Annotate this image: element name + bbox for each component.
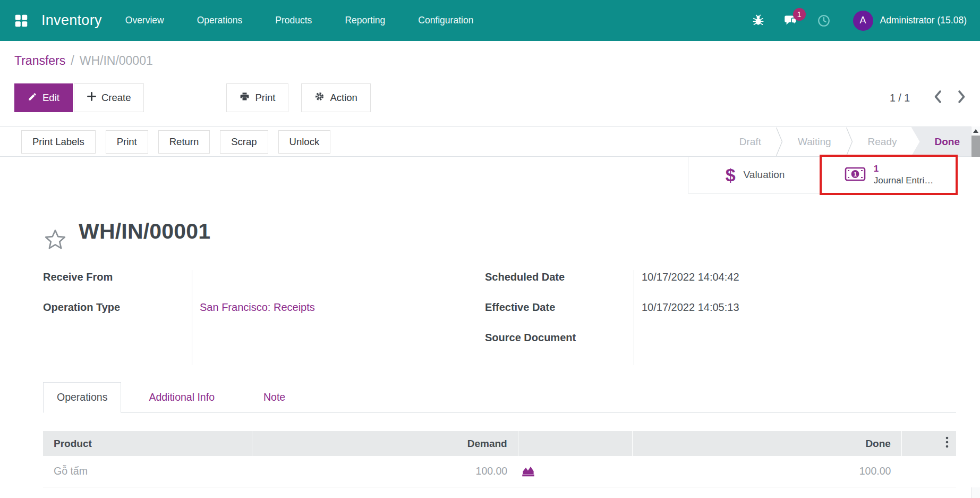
cell-spacer xyxy=(901,456,956,487)
field-value-effective-date: 10/17/2022 14:05:13 xyxy=(642,300,956,331)
optional-columns-toggle[interactable] xyxy=(901,431,956,456)
forecast-chart-icon[interactable] xyxy=(521,464,535,478)
valuation-smart-button[interactable]: $ Valuation xyxy=(688,157,822,193)
return-button[interactable]: Return xyxy=(158,130,210,154)
activities-clock-icon[interactable] xyxy=(817,14,831,28)
banknote-icon: 1 xyxy=(845,167,866,183)
tab-additional-info[interactable]: Additional Info xyxy=(135,383,228,412)
top-navbar: Inventory Overview Operations Products R… xyxy=(0,0,980,41)
debug-bug-icon[interactable] xyxy=(752,14,764,27)
menu-operations[interactable]: Operations xyxy=(197,15,243,26)
column-header-product[interactable]: Product xyxy=(43,431,252,456)
field-group-right: Scheduled Date Effective Date Source Doc… xyxy=(485,270,956,365)
cell-done: 100.00 xyxy=(633,456,902,487)
status-pipeline: Draft Waiting Ready Done xyxy=(725,127,971,156)
breadcrumb-transfers-link[interactable]: Transfers xyxy=(14,54,65,67)
cell-product: Gỗ tấm xyxy=(43,456,252,487)
gear-icon xyxy=(314,91,325,104)
print-button[interactable]: Print xyxy=(226,83,288,112)
main-menu: Overview Operations Products Reporting C… xyxy=(125,15,474,26)
pager: 1 / 1 xyxy=(890,90,966,106)
user-name: Administrator (15.08) xyxy=(880,15,967,26)
app-name[interactable]: Inventory xyxy=(41,12,102,29)
avatar: A xyxy=(853,11,873,31)
message-count-badge: 1 xyxy=(793,8,806,21)
edit-button[interactable]: Edit xyxy=(14,83,73,112)
menu-configuration[interactable]: Configuration xyxy=(418,15,473,26)
nav-right-section: 1 A Administrator (15.08) xyxy=(752,11,967,31)
form-sheet: $ Valuation 1 1 Journal Entri… WH/IN/000… xyxy=(0,157,980,487)
pager-previous-icon[interactable] xyxy=(933,90,942,106)
field-value-operation-type[interactable]: San Francisco: Receipts xyxy=(200,300,485,331)
svg-text:1: 1 xyxy=(854,171,857,178)
field-label-effective-date: Effective Date xyxy=(485,300,634,331)
favorite-star-icon[interactable] xyxy=(43,227,67,252)
column-header-spacer xyxy=(518,431,633,456)
stage-waiting[interactable]: Waiting xyxy=(783,127,846,156)
breadcrumb-separator: / xyxy=(71,54,74,67)
pager-value: 1 / 1 xyxy=(890,92,910,104)
field-label-receive-from: Receive From xyxy=(43,270,192,300)
journal-entries-smart-button[interactable]: 1 1 Journal Entri… xyxy=(822,157,956,193)
record-title: WH/IN/00001 xyxy=(79,219,210,244)
printer-icon xyxy=(240,91,250,104)
plus-icon xyxy=(87,92,96,104)
scroll-up-arrow-icon[interactable] xyxy=(973,129,978,133)
field-value-source-document xyxy=(642,331,956,361)
tab-operations[interactable]: Operations xyxy=(43,382,121,413)
menu-products[interactable]: Products xyxy=(275,15,312,26)
table-header-row: Product Demand Done xyxy=(43,431,956,456)
field-group-left: Receive From Operation Type San Francisc… xyxy=(43,270,485,365)
table-row[interactable]: Gỗ tấm 100.00 100.00 xyxy=(43,456,956,487)
tab-note[interactable]: Note xyxy=(250,383,299,412)
breadcrumb: Transfers/WH/IN/00001 xyxy=(14,54,966,70)
journal-entries-label: Journal Entri… xyxy=(874,175,933,186)
notebook-tabs: Operations Additional Info Note xyxy=(43,382,956,413)
dollar-icon: $ xyxy=(726,166,736,184)
control-panel: Transfers/WH/IN/00001 Edit Create Print … xyxy=(0,41,980,126)
stage-separator-icon xyxy=(846,127,854,156)
field-label-scheduled-date: Scheduled Date xyxy=(485,270,634,300)
action-button[interactable]: Action xyxy=(301,83,370,112)
stage-done[interactable]: Done xyxy=(911,127,972,156)
smart-button-box: $ Valuation 1 1 Journal Entri… xyxy=(688,157,956,193)
menu-reporting[interactable]: Reporting xyxy=(345,15,385,26)
stage-draft[interactable]: Draft xyxy=(725,127,776,156)
print-labels-button[interactable]: Print Labels xyxy=(21,130,96,154)
unlock-button[interactable]: Unlock xyxy=(278,130,331,154)
field-label-source-document: Source Document xyxy=(485,331,634,361)
field-value-scheduled-date: 10/17/2022 14:04:42 xyxy=(642,270,956,300)
messages-icon[interactable]: 1 xyxy=(783,13,798,28)
column-header-done[interactable]: Done xyxy=(633,431,902,456)
pager-next-icon[interactable] xyxy=(957,90,966,106)
print-statusbar-button[interactable]: Print xyxy=(106,130,148,154)
user-menu[interactable]: A Administrator (15.08) xyxy=(853,11,967,31)
menu-overview[interactable]: Overview xyxy=(125,15,164,26)
create-button[interactable]: Create xyxy=(74,83,144,112)
form-statusbar: Print Labels Print Return Scrap Unlock D… xyxy=(0,126,980,157)
journal-entries-count: 1 xyxy=(874,164,879,174)
stage-ready[interactable]: Ready xyxy=(854,127,911,156)
scrap-button[interactable]: Scrap xyxy=(220,130,268,154)
cell-demand: 100.00 xyxy=(252,456,518,487)
operations-table: Product Demand Done Gỗ tấm 100.00 100.00 xyxy=(43,431,956,487)
apps-grid-icon[interactable] xyxy=(13,13,29,29)
breadcrumb-current: WH/IN/00001 xyxy=(80,54,153,67)
pencil-icon xyxy=(28,92,37,104)
field-label-operation-type: Operation Type xyxy=(43,300,192,331)
field-value-receive-from xyxy=(200,270,485,300)
column-header-demand[interactable]: Demand xyxy=(252,431,518,456)
stage-separator-icon xyxy=(776,127,783,156)
